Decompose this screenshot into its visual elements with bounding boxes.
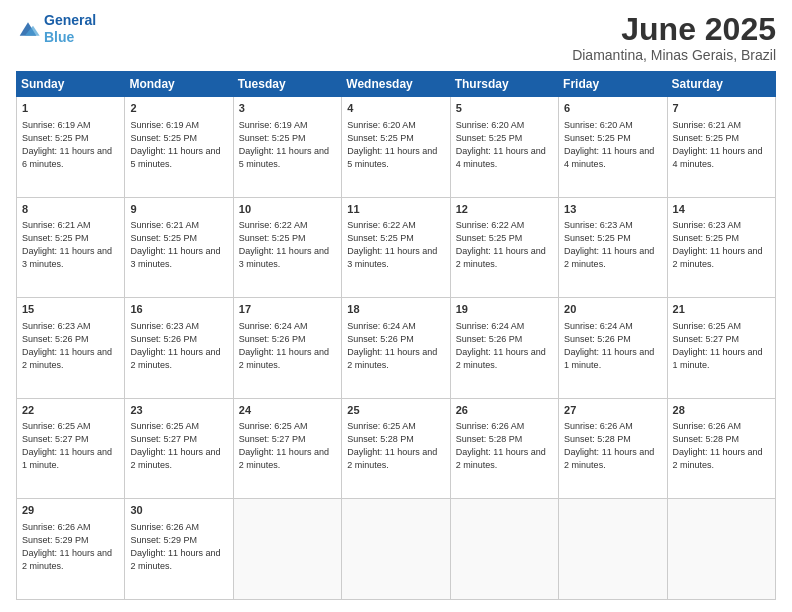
day-number: 22 <box>22 403 119 418</box>
calendar-header-row: Sunday Monday Tuesday Wednesday Thursday… <box>17 72 776 97</box>
calendar-day-cell: 26Sunrise: 6:26 AMSunset: 5:28 PMDayligh… <box>450 398 558 499</box>
calendar-day-cell: 28Sunrise: 6:26 AMSunset: 5:28 PMDayligh… <box>667 398 775 499</box>
day-number: 2 <box>130 101 227 116</box>
logo: General Blue <box>16 12 96 46</box>
day-info: Sunrise: 6:19 AMSunset: 5:25 PMDaylight:… <box>130 119 227 171</box>
col-saturday: Saturday <box>667 72 775 97</box>
col-sunday: Sunday <box>17 72 125 97</box>
day-info: Sunrise: 6:19 AMSunset: 5:25 PMDaylight:… <box>239 119 336 171</box>
day-number: 27 <box>564 403 661 418</box>
calendar-day-cell: 24Sunrise: 6:25 AMSunset: 5:27 PMDayligh… <box>233 398 341 499</box>
day-number: 13 <box>564 202 661 217</box>
title-location: Diamantina, Minas Gerais, Brazil <box>572 47 776 63</box>
calendar-day-cell: 5Sunrise: 6:20 AMSunset: 5:25 PMDaylight… <box>450 97 558 198</box>
day-info: Sunrise: 6:24 AMSunset: 5:26 PMDaylight:… <box>564 320 661 372</box>
calendar-day-cell: 6Sunrise: 6:20 AMSunset: 5:25 PMDaylight… <box>559 97 667 198</box>
day-info: Sunrise: 6:24 AMSunset: 5:26 PMDaylight:… <box>239 320 336 372</box>
day-number: 7 <box>673 101 770 116</box>
day-info: Sunrise: 6:21 AMSunset: 5:25 PMDaylight:… <box>673 119 770 171</box>
day-number: 19 <box>456 302 553 317</box>
day-number: 4 <box>347 101 444 116</box>
calendar-week-row: 29Sunrise: 6:26 AMSunset: 5:29 PMDayligh… <box>17 499 776 600</box>
title-month: June 2025 <box>572 12 776 47</box>
day-number: 20 <box>564 302 661 317</box>
logo-blue: Blue <box>44 29 74 45</box>
day-info: Sunrise: 6:23 AMSunset: 5:25 PMDaylight:… <box>673 219 770 271</box>
calendar-day-cell: 30Sunrise: 6:26 AMSunset: 5:29 PMDayligh… <box>125 499 233 600</box>
header: General Blue June 2025 Diamantina, Minas… <box>16 12 776 63</box>
col-tuesday: Tuesday <box>233 72 341 97</box>
day-number: 29 <box>22 503 119 518</box>
col-monday: Monday <box>125 72 233 97</box>
calendar-day-cell: 16Sunrise: 6:23 AMSunset: 5:26 PMDayligh… <box>125 298 233 399</box>
day-info: Sunrise: 6:24 AMSunset: 5:26 PMDaylight:… <box>456 320 553 372</box>
day-info: Sunrise: 6:25 AMSunset: 5:27 PMDaylight:… <box>22 420 119 472</box>
calendar-day-cell: 27Sunrise: 6:26 AMSunset: 5:28 PMDayligh… <box>559 398 667 499</box>
calendar-week-row: 15Sunrise: 6:23 AMSunset: 5:26 PMDayligh… <box>17 298 776 399</box>
col-wednesday: Wednesday <box>342 72 450 97</box>
calendar-day-cell: 17Sunrise: 6:24 AMSunset: 5:26 PMDayligh… <box>233 298 341 399</box>
day-info: Sunrise: 6:25 AMSunset: 5:28 PMDaylight:… <box>347 420 444 472</box>
calendar-day-cell: 25Sunrise: 6:25 AMSunset: 5:28 PMDayligh… <box>342 398 450 499</box>
day-number: 12 <box>456 202 553 217</box>
calendar-day-cell <box>233 499 341 600</box>
title-block: June 2025 Diamantina, Minas Gerais, Braz… <box>572 12 776 63</box>
calendar-day-cell: 3Sunrise: 6:19 AMSunset: 5:25 PMDaylight… <box>233 97 341 198</box>
calendar-day-cell <box>667 499 775 600</box>
day-number: 25 <box>347 403 444 418</box>
day-info: Sunrise: 6:20 AMSunset: 5:25 PMDaylight:… <box>347 119 444 171</box>
col-friday: Friday <box>559 72 667 97</box>
day-info: Sunrise: 6:26 AMSunset: 5:29 PMDaylight:… <box>130 521 227 573</box>
day-info: Sunrise: 6:21 AMSunset: 5:25 PMDaylight:… <box>130 219 227 271</box>
day-number: 16 <box>130 302 227 317</box>
calendar-day-cell: 7Sunrise: 6:21 AMSunset: 5:25 PMDaylight… <box>667 97 775 198</box>
day-info: Sunrise: 6:26 AMSunset: 5:29 PMDaylight:… <box>22 521 119 573</box>
day-info: Sunrise: 6:23 AMSunset: 5:26 PMDaylight:… <box>22 320 119 372</box>
day-info: Sunrise: 6:23 AMSunset: 5:26 PMDaylight:… <box>130 320 227 372</box>
day-number: 6 <box>564 101 661 116</box>
day-info: Sunrise: 6:20 AMSunset: 5:25 PMDaylight:… <box>564 119 661 171</box>
day-number: 18 <box>347 302 444 317</box>
day-number: 10 <box>239 202 336 217</box>
day-info: Sunrise: 6:26 AMSunset: 5:28 PMDaylight:… <box>456 420 553 472</box>
calendar-day-cell: 1Sunrise: 6:19 AMSunset: 5:25 PMDaylight… <box>17 97 125 198</box>
calendar-day-cell: 20Sunrise: 6:24 AMSunset: 5:26 PMDayligh… <box>559 298 667 399</box>
calendar-day-cell: 11Sunrise: 6:22 AMSunset: 5:25 PMDayligh… <box>342 197 450 298</box>
calendar-day-cell: 14Sunrise: 6:23 AMSunset: 5:25 PMDayligh… <box>667 197 775 298</box>
day-number: 5 <box>456 101 553 116</box>
day-info: Sunrise: 6:19 AMSunset: 5:25 PMDaylight:… <box>22 119 119 171</box>
day-info: Sunrise: 6:23 AMSunset: 5:25 PMDaylight:… <box>564 219 661 271</box>
calendar-day-cell: 10Sunrise: 6:22 AMSunset: 5:25 PMDayligh… <box>233 197 341 298</box>
day-info: Sunrise: 6:26 AMSunset: 5:28 PMDaylight:… <box>564 420 661 472</box>
day-number: 23 <box>130 403 227 418</box>
day-number: 17 <box>239 302 336 317</box>
calendar-week-row: 22Sunrise: 6:25 AMSunset: 5:27 PMDayligh… <box>17 398 776 499</box>
calendar-week-row: 8Sunrise: 6:21 AMSunset: 5:25 PMDaylight… <box>17 197 776 298</box>
day-info: Sunrise: 6:25 AMSunset: 5:27 PMDaylight:… <box>239 420 336 472</box>
day-number: 24 <box>239 403 336 418</box>
day-info: Sunrise: 6:26 AMSunset: 5:28 PMDaylight:… <box>673 420 770 472</box>
day-number: 28 <box>673 403 770 418</box>
day-number: 11 <box>347 202 444 217</box>
calendar-day-cell: 23Sunrise: 6:25 AMSunset: 5:27 PMDayligh… <box>125 398 233 499</box>
day-info: Sunrise: 6:20 AMSunset: 5:25 PMDaylight:… <box>456 119 553 171</box>
calendar-day-cell: 2Sunrise: 6:19 AMSunset: 5:25 PMDaylight… <box>125 97 233 198</box>
day-info: Sunrise: 6:25 AMSunset: 5:27 PMDaylight:… <box>130 420 227 472</box>
calendar-day-cell: 22Sunrise: 6:25 AMSunset: 5:27 PMDayligh… <box>17 398 125 499</box>
calendar-week-row: 1Sunrise: 6:19 AMSunset: 5:25 PMDaylight… <box>17 97 776 198</box>
day-number: 9 <box>130 202 227 217</box>
calendar-day-cell: 19Sunrise: 6:24 AMSunset: 5:26 PMDayligh… <box>450 298 558 399</box>
calendar-day-cell: 29Sunrise: 6:26 AMSunset: 5:29 PMDayligh… <box>17 499 125 600</box>
logo-icon <box>16 19 40 39</box>
logo-general: General <box>44 12 96 28</box>
day-number: 26 <box>456 403 553 418</box>
calendar-day-cell <box>559 499 667 600</box>
calendar-day-cell: 12Sunrise: 6:22 AMSunset: 5:25 PMDayligh… <box>450 197 558 298</box>
day-number: 15 <box>22 302 119 317</box>
calendar-day-cell: 21Sunrise: 6:25 AMSunset: 5:27 PMDayligh… <box>667 298 775 399</box>
calendar-day-cell <box>450 499 558 600</box>
day-number: 3 <box>239 101 336 116</box>
day-number: 8 <box>22 202 119 217</box>
page: General Blue June 2025 Diamantina, Minas… <box>0 0 792 612</box>
day-info: Sunrise: 6:24 AMSunset: 5:26 PMDaylight:… <box>347 320 444 372</box>
